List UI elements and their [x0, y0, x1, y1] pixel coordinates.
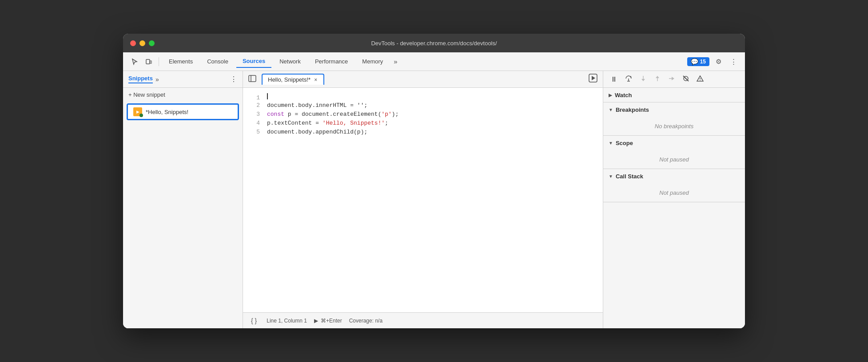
line-number-1: 1	[247, 94, 260, 101]
issues-badge[interactable]: 💬 15	[687, 57, 709, 66]
svg-marker-14	[672, 77, 674, 80]
main-content: Snippets » ⋮ + New snippet *Hello, Snipp…	[123, 71, 745, 328]
maximize-button[interactable]	[149, 40, 155, 46]
tab-sources[interactable]: Sources	[236, 55, 271, 68]
coverage-label: Coverage: n/a	[349, 318, 382, 324]
run-shortcut-label: ⌘+Enter	[321, 318, 342, 324]
tab-network[interactable]: Network	[273, 55, 307, 67]
editor-statusbar: { } Line 1, Column 1 ▶ ⌘+Enter Coverage:…	[243, 312, 603, 328]
toggle-sidebar-button[interactable]	[245, 73, 260, 85]
code-text-3: const p = document.createElement('p');	[267, 111, 398, 118]
tab-performance[interactable]: Performance	[309, 55, 354, 67]
sidebar: Snippets » ⋮ + New snippet *Hello, Snipp…	[123, 71, 243, 328]
editor-tab-close-button[interactable]: ×	[313, 77, 318, 83]
toolbar-right: 💬 15 ⚙ ⋮	[687, 56, 740, 67]
call-stack-section-body: Not paused	[603, 183, 745, 202]
step-out-button[interactable]	[652, 74, 663, 85]
cursor-tool-button[interactable]	[128, 56, 141, 67]
watch-section-label: Watch	[615, 92, 632, 98]
call-stack-not-paused-text: Not paused	[659, 189, 689, 196]
breakpoints-section: ▼ Breakpoints No breakpoints	[603, 102, 745, 136]
main-toolbar: Elements Console Sources Network Perform…	[123, 52, 745, 71]
step-button[interactable]	[666, 74, 677, 85]
scope-section-header[interactable]: ▼ Scope	[603, 136, 745, 150]
badge-count: 15	[700, 59, 706, 65]
tab-elements[interactable]: Elements	[163, 55, 199, 67]
snippet-item[interactable]: *Hello, Snippets!	[127, 103, 239, 120]
editor-tabs: Hello, Snippets!* ×	[243, 71, 603, 88]
sidebar-header: Snippets » ⋮	[123, 71, 243, 88]
call-stack-section-header[interactable]: ▼ Call Stack	[603, 169, 745, 183]
run-snippet-button[interactable]	[585, 72, 601, 87]
breakpoints-section-label: Breakpoints	[616, 106, 649, 113]
more-options-button[interactable]: ⋮	[728, 56, 740, 67]
minimize-button[interactable]	[139, 40, 145, 46]
titlebar: DevTools - developer.chrome.com/docs/dev…	[123, 34, 745, 52]
traffic-lights	[130, 40, 155, 46]
devtools-window: DevTools - developer.chrome.com/docs/dev…	[123, 34, 745, 328]
scope-not-paused-text: Not paused	[659, 156, 689, 163]
step-into-button[interactable]	[638, 74, 649, 85]
scope-section-label: Scope	[616, 140, 633, 146]
svg-rect-2	[249, 75, 256, 82]
tab-console[interactable]: Console	[201, 55, 235, 67]
settings-button[interactable]: ⚙	[713, 56, 724, 67]
device-toolbar-button[interactable]	[143, 56, 155, 67]
breakpoints-section-header[interactable]: ▼ Breakpoints	[603, 102, 745, 117]
tab-memory[interactable]: Memory	[356, 55, 389, 67]
svg-marker-12	[656, 76, 659, 78]
code-line-4: 4 p.textContent = 'Hello, Snippets!';	[243, 120, 603, 129]
step-over-button[interactable]	[623, 74, 634, 85]
new-snippet-button[interactable]: + New snippet	[123, 88, 243, 102]
code-line-3: 3 const p = document.createElement('p');	[243, 111, 603, 120]
more-tabs-button[interactable]: »	[391, 56, 400, 67]
call-stack-section: ▼ Call Stack Not paused	[603, 169, 745, 202]
run-arrow-icon: ▶	[314, 318, 318, 324]
snippet-name: *Hello, Snippets!	[146, 109, 188, 115]
run-shortcut[interactable]: ▶ ⌘+Enter	[314, 318, 342, 324]
code-text-1	[267, 93, 268, 101]
line-number-3: 3	[247, 111, 260, 118]
no-breakpoints-text: No breakpoints	[655, 123, 693, 130]
badge-icon: 💬	[691, 58, 698, 65]
svg-point-19	[700, 80, 701, 81]
deactivate-breakpoints-button[interactable]	[681, 74, 691, 85]
close-button[interactable]	[130, 40, 136, 46]
pause-on-exception-button[interactable]	[695, 74, 705, 85]
scope-section: ▼ Scope Not paused	[603, 136, 745, 169]
line-number-2: 2	[247, 102, 260, 109]
snippet-active-dot	[139, 114, 143, 117]
debug-toolbar: ⏸	[603, 71, 745, 88]
watch-arrow-icon: ▶	[609, 93, 612, 98]
sidebar-title: Snippets	[128, 75, 153, 83]
svg-marker-10	[641, 79, 645, 81]
svg-rect-0	[146, 59, 150, 64]
right-panel: ⏸	[603, 71, 745, 328]
snippet-file-icon	[133, 107, 142, 116]
svg-rect-1	[150, 61, 151, 63]
code-line-2: 2 document.body.innerHTML = '';	[243, 102, 603, 111]
code-line-1: 1	[243, 93, 603, 102]
editor-tab-hello[interactable]: Hello, Snippets!* ×	[262, 74, 324, 85]
code-line-5: 5 document.body.appendChild(p);	[243, 129, 603, 138]
code-text-4: p.textContent = 'Hello, Snippets!';	[267, 120, 388, 126]
svg-marker-5	[592, 76, 595, 80]
code-text-2: document.body.innerHTML = '';	[267, 102, 367, 109]
code-editor[interactable]: 1 2 document.body.innerHTML = ''; 3 cons…	[243, 88, 603, 312]
pause-button[interactable]: ⏸	[609, 75, 619, 84]
watch-section-header[interactable]: ▶ Watch	[603, 88, 745, 102]
call-stack-section-label: Call Stack	[616, 173, 643, 180]
toolbar-divider-1	[159, 57, 159, 66]
sidebar-kebab-button[interactable]: ⋮	[230, 75, 237, 83]
svg-line-15	[683, 76, 689, 81]
window-title: DevTools - developer.chrome.com/docs/dev…	[130, 40, 738, 47]
code-text-5: document.body.appendChild(p);	[267, 129, 367, 135]
format-button[interactable]: { }	[248, 316, 259, 325]
breakpoints-arrow-icon: ▼	[609, 107, 613, 112]
scope-section-body: Not paused	[603, 150, 745, 169]
sidebar-more-button[interactable]: »	[155, 76, 159, 83]
watch-section: ▶ Watch	[603, 88, 745, 102]
call-stack-arrow-icon: ▼	[609, 174, 613, 179]
breakpoints-section-body: No breakpoints	[603, 117, 745, 135]
editor-tab-label: Hello, Snippets!*	[268, 76, 311, 83]
